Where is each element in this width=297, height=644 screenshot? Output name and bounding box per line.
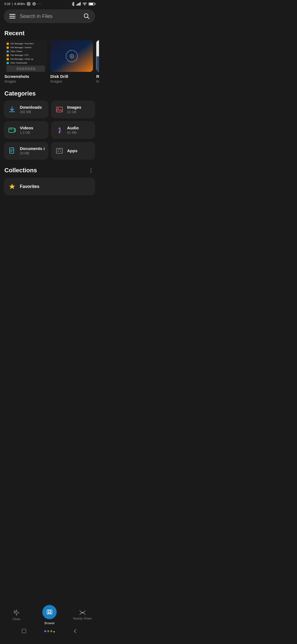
document-icon: [8, 146, 16, 155]
recent-item-screenshots[interactable]: File Manager: Favorites File Manager: Se…: [4, 40, 47, 83]
recent-header: Recent: [0, 28, 99, 40]
category-documents-size: 29 MB: [20, 151, 45, 155]
recent-subtitle-screenshots: Images: [4, 79, 47, 83]
recent-thumb-diskdrill: [50, 40, 93, 72]
bluetooth-icon: [72, 2, 75, 6]
status-right: [72, 2, 95, 6]
star-icon: [8, 183, 16, 190]
category-audio-name: Audio: [67, 125, 79, 130]
cube-icon: [27, 2, 31, 6]
category-apps-name: Apps: [67, 148, 78, 153]
search-placeholder: Search in Files: [20, 13, 53, 19]
svg-rect-20: [11, 129, 12, 130]
categories-header: Categories: [0, 88, 99, 100]
svg-rect-1: [28, 3, 29, 5]
category-documents[interactable]: Documents & others 29 MB: [4, 142, 48, 160]
category-downloads-size: 292 MB: [20, 110, 42, 114]
search-icon[interactable]: [84, 13, 90, 19]
search-bar[interactable]: Search in Files: [4, 9, 95, 23]
svg-point-3: [34, 3, 35, 4]
wifi-icon: [82, 2, 87, 6]
category-audio[interactable]: Audio 61 MB: [51, 121, 95, 139]
status-bar: 5:18 | 8.3KB/s ···: [0, 0, 99, 7]
collections-menu-button[interactable]: ⋮: [87, 166, 95, 174]
collections-header: Collections ⋮: [0, 164, 99, 178]
svg-rect-19: [10, 129, 11, 130]
image-icon: [55, 105, 64, 114]
svg-rect-25: [60, 151, 61, 152]
svg-rect-24: [57, 151, 59, 152]
svg-point-8: [84, 5, 85, 6]
category-images-name: Images: [67, 105, 81, 110]
recent-subtitle-diskdrill: Images: [50, 79, 93, 83]
category-images[interactable]: Images 21 GB: [51, 100, 95, 118]
category-images-size: 21 GB: [67, 110, 81, 114]
svg-rect-5: [78, 4, 78, 6]
svg-rect-7: [80, 2, 81, 6]
recent-title-rstudio: RStudio: [96, 74, 99, 79]
category-downloads-name: Downloads: [20, 105, 42, 110]
collection-favorites-name: Favorites: [20, 184, 39, 189]
download-icon: [8, 105, 16, 114]
recent-title-diskdrill: Disk Drill: [50, 74, 93, 79]
collections-title: Collections: [4, 167, 37, 174]
svg-rect-9: [9, 14, 15, 15]
recent-thumb-rstudio: [96, 40, 99, 72]
apps-icon: [55, 146, 64, 155]
video-icon: [8, 126, 16, 135]
svg-point-15: [71, 55, 73, 57]
recent-item-diskdrill[interactable]: Disk Drill Images: [50, 40, 93, 83]
status-left: 5:18 | 8.3KB/s ···: [4, 2, 42, 6]
status-time: 5:18: [4, 2, 10, 6]
category-apps[interactable]: Apps: [51, 142, 95, 160]
svg-rect-23: [56, 148, 62, 153]
category-documents-name: Documents & others: [20, 146, 45, 151]
category-videos-size: 1.3 GB: [20, 131, 33, 135]
svg-rect-4: [76, 4, 77, 6]
recent-item-rstudio[interactable]: RStudio Images: [96, 40, 99, 83]
status-data-speed: 8.3KB/s: [14, 2, 25, 6]
svg-point-21: [59, 132, 60, 133]
status-dots: ···: [38, 2, 42, 6]
audio-icon: [55, 126, 64, 135]
recent-thumb-screenshots: File Manager: Favorites File Manager: Se…: [4, 40, 47, 72]
category-audio-size: 61 MB: [67, 131, 79, 135]
recent-scroll: File Manager: Favorites File Manager: Se…: [0, 40, 99, 88]
recent-subtitle-rstudio: Images: [96, 79, 99, 83]
record-icon: [32, 2, 36, 6]
svg-line-13: [87, 17, 89, 19]
svg-rect-18: [9, 128, 14, 132]
category-downloads[interactable]: Downloads 292 MB: [4, 100, 48, 118]
svg-rect-10: [9, 16, 15, 17]
status-network: |: [12, 2, 13, 6]
recent-title-screenshots: Screenshots: [4, 74, 47, 79]
signal-icon: [76, 2, 81, 6]
menu-icon[interactable]: [9, 14, 15, 18]
svg-rect-6: [79, 3, 79, 6]
categories-grid: Downloads 292 MB Images 21 GB: [0, 100, 99, 164]
svg-rect-16: [56, 107, 62, 112]
collection-favorites[interactable]: Favorites: [4, 178, 95, 195]
category-videos[interactable]: Videos 1.3 GB: [4, 121, 48, 139]
battery-icon: [89, 2, 95, 6]
category-videos-name: Videos: [20, 125, 33, 130]
svg-rect-11: [9, 18, 15, 19]
svg-point-17: [57, 108, 59, 109]
